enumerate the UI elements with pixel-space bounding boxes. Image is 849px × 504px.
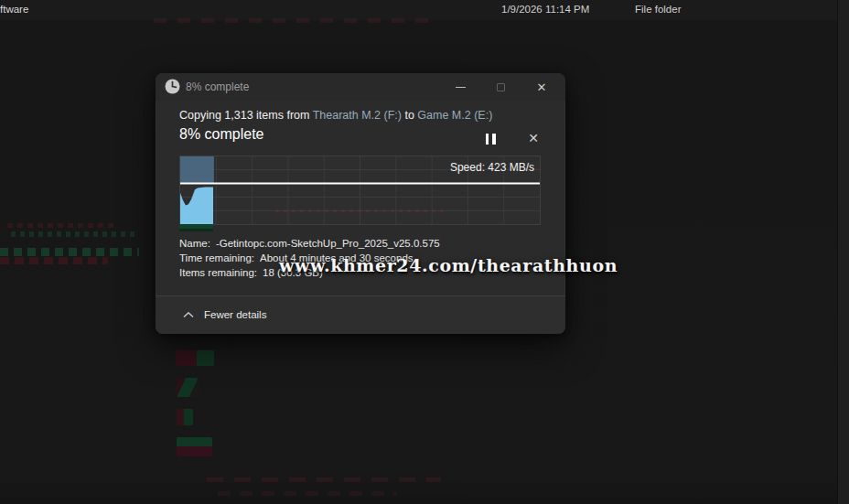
background-file-icon-artifact [177,409,193,425]
close-window-button[interactable]: ✕ [522,73,561,101]
copy-clock-icon [164,78,181,95]
copy-prefix: Copying 1,313 items from [179,109,309,122]
explorer-scrollbar[interactable] [837,0,849,504]
chevron-up-icon [183,312,194,318]
fewer-details-label: Fewer details [204,309,266,320]
maximize-icon [497,83,505,91]
cancel-icon: ✕ [528,132,539,145]
date-modified-cell: 1/9/2026 11:14 PM [501,4,589,15]
chart-artifact-strip [179,224,213,231]
name-value: -Getintopc.com-SketchUp_Pro_2025_v25.0.5… [216,238,440,249]
items-remaining-label: Items remaining: [179,267,257,278]
copy-connector: to [404,109,414,122]
pause-button[interactable] [478,128,503,150]
copy-progress-dialog: 8% complete ✕ Copying 1,313 items from T… [156,73,565,334]
destination-drive-label: Game M.2 (E:) [417,109,492,122]
minimize-icon [456,87,466,88]
time-remaining-label: Time remaining: [179,252,254,263]
background-artifact [0,257,108,264]
fewer-details-toggle[interactable]: Fewer details [183,309,266,320]
background-file-icon-artifact [177,378,199,397]
file-type-cell: File folder [635,4,682,15]
background-artifact [11,231,139,237]
pause-icon [492,134,496,145]
background-artifact [7,223,113,228]
dialog-titlebar[interactable]: 8% complete ✕ [156,73,565,101]
dialog-title: 8% complete [186,80,249,93]
watermark-text: www.khmer24.com/thearathhuon [279,255,618,275]
minimize-button[interactable] [441,73,479,101]
desktop-background: ftware 1/9/2026 11:14 PM File folder 8% … [0,0,849,504]
pause-icon [486,134,489,145]
close-icon: ✕ [537,81,547,93]
speed-graph: Speed: 423 MB/s [179,155,541,225]
file-name-cell[interactable]: ftware [0,4,28,15]
progress-heading: 8% complete [179,126,264,143]
background-artifact [218,491,397,496]
background-artifact [207,477,441,482]
chart-artifact [275,209,446,212]
explorer-file-row[interactable]: ftware 1/9/2026 11:14 PM File folder [0,0,849,20]
detail-name-row: Name:-Getintopc.com-SketchUp_Pro_2025_v2… [179,236,440,251]
copy-description: Copying 1,313 items from Thearath M.2 (F… [179,109,492,122]
background-file-icon-artifact [177,437,212,456]
source-drive-label: Thearath M.2 (F:) [313,109,402,122]
name-label: Name: [179,238,210,249]
speed-label: Speed: 423 MB/s [450,161,534,174]
maximize-button[interactable] [481,73,520,101]
dialog-footer: Fewer details [156,295,565,334]
cancel-copy-button[interactable]: ✕ [521,127,546,149]
background-artifact [0,248,139,256]
background-file-icon-artifact [176,350,214,366]
